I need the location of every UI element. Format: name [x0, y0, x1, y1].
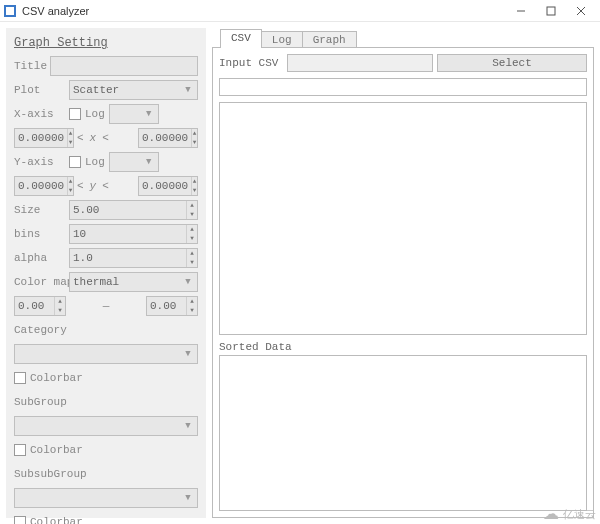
colorbar1-checkbox[interactable]: Colorbar — [14, 372, 83, 384]
category-select[interactable]: ▼ — [14, 344, 198, 364]
csv-path-input[interactable] — [287, 54, 433, 72]
maximize-button[interactable] — [536, 0, 566, 22]
size-spin[interactable]: 5.00 ▲▼ — [69, 200, 198, 220]
chevron-down-icon: ▼ — [181, 346, 195, 362]
yaxis-field-select[interactable]: ▼ — [109, 152, 159, 172]
sorted-data-label: Sorted Data — [219, 341, 587, 353]
svg-rect-1 — [547, 7, 555, 15]
plot-select[interactable]: Scatter ▼ — [69, 80, 198, 100]
colormap-label: Color map — [14, 276, 69, 288]
titlebar: CSV analyzer — [0, 0, 600, 22]
tab-csv[interactable]: CSV — [220, 29, 262, 48]
chevron-down-icon: ▼ — [181, 490, 195, 506]
filter-input[interactable] — [219, 78, 587, 96]
right-panel: CSV Log Graph Input CSV Select Sorted Da… — [212, 28, 594, 518]
xmin-spin[interactable]: 0.00000 ▲▼ — [14, 128, 74, 148]
sorted-data-pane[interactable] — [219, 355, 587, 511]
size-label: Size — [14, 204, 69, 216]
minimize-button[interactable] — [506, 0, 536, 22]
section-title: Graph Setting — [14, 36, 198, 50]
bins-label: bins — [14, 228, 69, 240]
chevron-down-icon: ▼ — [142, 106, 156, 122]
colorbar2-checkbox[interactable]: Colorbar — [14, 444, 83, 456]
app-icon — [4, 5, 16, 17]
yaxis-label: Y-axis — [14, 156, 69, 168]
graph-settings-panel: Graph Setting Title Plot Scatter ▼ X-axi… — [6, 28, 206, 518]
window-title: CSV analyzer — [22, 5, 89, 17]
xmax-spin[interactable]: 0.00000 ▲▼ — [138, 128, 198, 148]
csv-preview-pane[interactable] — [219, 102, 587, 335]
input-csv-label: Input CSV — [219, 57, 283, 69]
ymin-spin[interactable]: 0.00000 ▲▼ — [14, 176, 74, 196]
subgroup-select[interactable]: ▼ — [14, 416, 198, 436]
chevron-down-icon: ▼ — [181, 418, 195, 434]
yaxis-log-checkbox[interactable]: Log — [69, 156, 105, 168]
close-button[interactable] — [566, 0, 596, 22]
colormap-select[interactable]: thermal ▼ — [69, 272, 198, 292]
chevron-down-icon: ▼ — [142, 154, 156, 170]
title-input[interactable] — [50, 56, 198, 76]
xaxis-field-select[interactable]: ▼ — [109, 104, 159, 124]
cmap-max-spin[interactable]: 0.00 ▲▼ — [146, 296, 198, 316]
alpha-label: alpha — [14, 252, 69, 264]
ymax-spin[interactable]: 0.00000 ▲▼ — [138, 176, 198, 196]
tab-graph[interactable]: Graph — [302, 31, 357, 48]
xaxis-log-checkbox[interactable]: Log — [69, 108, 105, 120]
chevron-down-icon: ▼ — [181, 82, 195, 98]
plot-value: Scatter — [73, 84, 119, 96]
cmap-min-spin[interactable]: 0.00 ▲▼ — [14, 296, 66, 316]
bins-spin[interactable]: 10 ▲▼ — [69, 224, 198, 244]
tab-bar: CSV Log Graph — [212, 28, 594, 48]
category-label: Category — [14, 324, 198, 336]
subsubgroup-select[interactable]: ▼ — [14, 488, 198, 508]
alpha-spin[interactable]: 1.0 ▲▼ — [69, 248, 198, 268]
xaxis-label: X-axis — [14, 108, 69, 120]
select-file-button[interactable]: Select — [437, 54, 587, 72]
tab-log[interactable]: Log — [261, 31, 303, 48]
colorbar3-checkbox[interactable]: Colorbar — [14, 516, 83, 524]
subsubgroup-label: SubsubGroup — [14, 468, 198, 480]
plot-label: Plot — [14, 84, 69, 96]
subgroup-label: SubGroup — [14, 396, 198, 408]
title-label: Title — [14, 60, 50, 72]
chevron-down-icon: ▼ — [181, 274, 195, 290]
tab-page-csv: Input CSV Select Sorted Data — [212, 47, 594, 518]
